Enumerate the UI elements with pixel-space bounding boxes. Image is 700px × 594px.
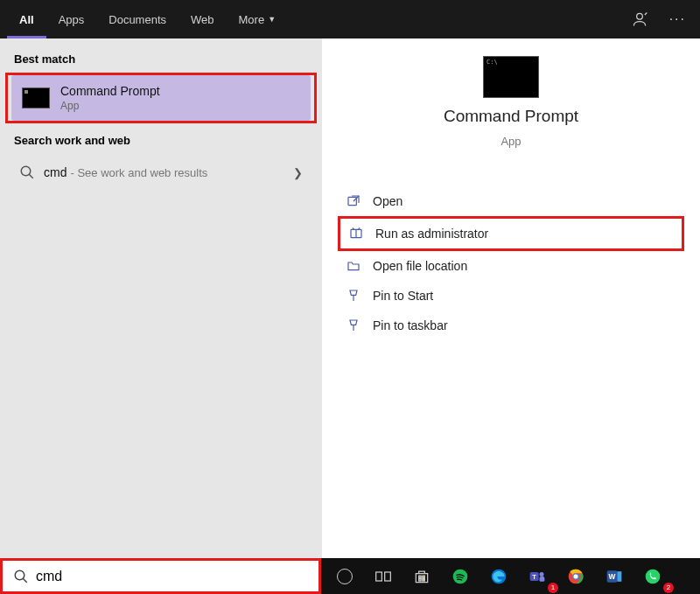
svg-line-2: [29, 174, 33, 178]
svg-rect-3: [348, 197, 356, 205]
svg-point-19: [540, 572, 544, 577]
svg-point-0: [636, 13, 642, 19]
edge-icon[interactable]: [480, 563, 517, 591]
svg-rect-12: [423, 576, 425, 578]
svg-text:T: T: [532, 572, 536, 580]
action-label: Open file location: [373, 259, 467, 273]
svg-point-27: [646, 569, 661, 584]
tab-apps[interactable]: Apps: [46, 0, 97, 38]
svg-point-23: [574, 574, 578, 578]
tab-more[interactable]: More ▼: [227, 0, 289, 38]
result-title: Command Prompt: [60, 84, 160, 98]
taskbar: T 1 W 2: [0, 558, 700, 594]
svg-text:W: W: [609, 572, 616, 581]
whatsapp-icon[interactable]: 2: [634, 563, 671, 591]
svg-rect-13: [419, 578, 422, 581]
feedback-icon[interactable]: [631, 10, 648, 28]
search-input[interactable]: [36, 561, 318, 591]
svg-rect-11: [419, 576, 422, 578]
action-open-file-location[interactable]: Open file location: [338, 251, 684, 281]
action-run-as-administrator[interactable]: Run as administrator: [338, 216, 684, 251]
detail-subtitle: App: [500, 135, 521, 148]
chrome-icon[interactable]: [557, 563, 594, 591]
task-view-icon[interactable]: [365, 563, 402, 591]
svg-point-1: [21, 166, 31, 176]
action-label: Open: [373, 194, 402, 208]
notification-badge: 2: [663, 583, 674, 593]
svg-point-7: [15, 570, 24, 580]
search-icon: [13, 569, 29, 584]
folder-icon: [346, 259, 360, 273]
taskbar-search[interactable]: [0, 558, 321, 594]
cortana-icon[interactable]: [326, 563, 363, 591]
tab-more-label: More: [239, 13, 265, 26]
action-open[interactable]: Open: [338, 186, 684, 216]
svg-line-8: [23, 578, 27, 583]
spotify-icon[interactable]: [442, 563, 479, 591]
svg-rect-9: [376, 572, 382, 581]
detail-title: Command Prompt: [444, 107, 578, 126]
start-search-panel: All Apps Documents Web More ▼ ··· Best m…: [0, 0, 700, 558]
notification-badge: 1: [548, 583, 558, 593]
tab-documents[interactable]: Documents: [96, 0, 178, 38]
teams-icon[interactable]: T 1: [519, 563, 556, 591]
svg-rect-10: [385, 572, 391, 581]
action-label: Run as administrator: [375, 227, 488, 241]
action-pin-to-taskbar[interactable]: Pin to taskbar: [338, 311, 684, 340]
detail-panel: Command Prompt App Open Run as administr…: [322, 38, 700, 558]
microsoft-store-icon[interactable]: [403, 563, 440, 591]
search-icon: [19, 164, 35, 180]
tab-all[interactable]: All: [7, 0, 46, 38]
action-label: Pin to taskbar: [373, 318, 448, 332]
command-prompt-icon: [22, 87, 50, 108]
open-icon: [346, 194, 360, 208]
command-prompt-icon: [483, 56, 539, 98]
chevron-right-icon: ❯: [293, 166, 303, 179]
svg-rect-14: [423, 578, 425, 581]
web-query-text: cmd: [44, 165, 66, 179]
tab-web[interactable]: Web: [178, 0, 227, 38]
svg-rect-20: [540, 577, 545, 582]
chevron-down-icon: ▼: [268, 15, 276, 24]
search-web-label: Search work and web: [4, 129, 318, 154]
pin-icon: [346, 289, 360, 303]
action-label: Pin to Start: [373, 289, 433, 303]
action-pin-to-start[interactable]: Pin to Start: [338, 281, 684, 311]
web-search-result[interactable]: cmd - See work and web results ❯: [7, 156, 315, 189]
results-column: Best match Command Prompt App Search wor…: [0, 38, 322, 558]
svg-rect-26: [617, 571, 621, 582]
shield-icon: [349, 227, 363, 241]
word-icon[interactable]: W: [596, 563, 633, 591]
search-filter-tabs: All Apps Documents Web More ▼ ···: [0, 0, 700, 38]
more-options-icon[interactable]: ···: [662, 8, 693, 31]
result-subtitle: App: [60, 100, 160, 112]
best-match-label: Best match: [4, 47, 318, 73]
svg-point-15: [453, 569, 468, 584]
pin-icon: [346, 318, 360, 332]
best-match-result[interactable]: Command Prompt App: [11, 75, 311, 121]
web-hint-text: - See work and web results: [70, 166, 207, 179]
